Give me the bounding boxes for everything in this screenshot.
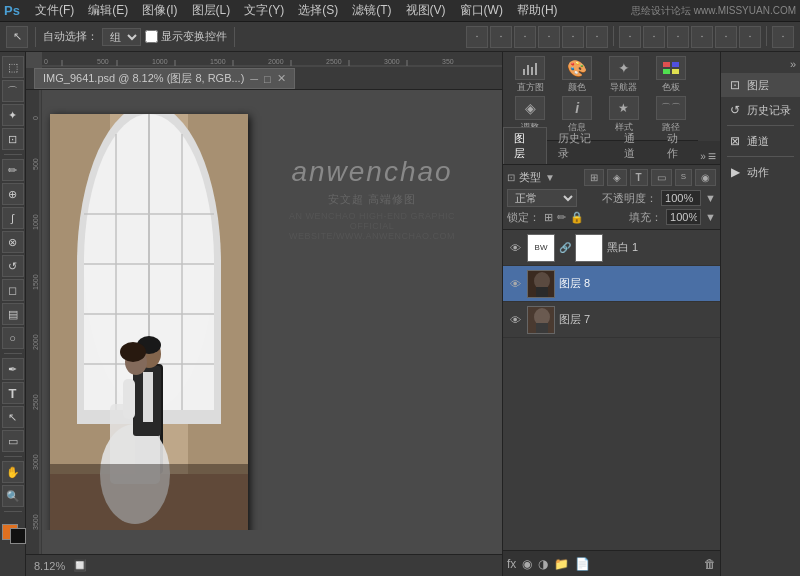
toolbar-align-center-v[interactable]: ⬝ — [562, 26, 584, 48]
fr-panel-history[interactable]: ↺ 历史记录 — [721, 98, 800, 122]
tool-pen[interactable]: ✒ — [2, 358, 24, 380]
add-fx-btn[interactable]: fx — [507, 557, 516, 571]
toolbar-move-tool[interactable]: ↖ — [6, 26, 28, 48]
photo-canvas[interactable] — [50, 114, 248, 530]
fill-dropdown[interactable]: ▼ — [705, 211, 716, 223]
tool-dodge[interactable]: ○ — [2, 327, 24, 349]
tool-gradient[interactable]: ▤ — [2, 303, 24, 325]
doc-close-btn[interactable]: ✕ — [277, 72, 286, 85]
menu-edit[interactable]: 编辑(E) — [81, 0, 135, 21]
layer-item-7[interactable]: 👁 图层 7 — [503, 302, 720, 338]
document-tab[interactable]: IMG_9641.psd @ 8.12% (图层 8, RGB...) ─ □ … — [34, 68, 295, 89]
toolbar-align-center-h[interactable]: ⬝ — [490, 26, 512, 48]
layer-visibility-7[interactable]: 👁 — [507, 312, 523, 328]
menu-filter[interactable]: 滤镜(T) — [345, 0, 398, 21]
filter-dropdown-btn[interactable]: ▼ — [545, 172, 555, 183]
add-adjustment-btn[interactable]: ◑ — [538, 557, 548, 571]
menu-layer[interactable]: 图层(L) — [185, 0, 238, 21]
menu-window[interactable]: 窗口(W) — [453, 0, 510, 21]
tool-shape[interactable]: ▭ — [2, 430, 24, 452]
background-color[interactable] — [10, 528, 26, 544]
tool-text[interactable]: T — [2, 382, 24, 404]
toolbar-align-bottom[interactable]: ⬝ — [586, 26, 608, 48]
tool-eraser[interactable]: ◻ — [2, 279, 24, 301]
tab-history[interactable]: 历史记录 — [547, 127, 613, 164]
canvas-viewport[interactable]: 0 500 1000 1500 2000 2500 3000 3500 — [26, 90, 502, 554]
lock-all-btn[interactable]: 🔒 — [570, 211, 584, 224]
fill-input[interactable] — [666, 209, 701, 225]
menu-select[interactable]: 选择(S) — [291, 0, 345, 21]
filter-toggle[interactable]: ◉ — [695, 169, 716, 186]
menu-help[interactable]: 帮助(H) — [510, 0, 565, 21]
delete-layer-btn[interactable]: 🗑 — [704, 557, 716, 571]
panel-histogram[interactable]: 直方图 — [508, 56, 552, 94]
filter-shape[interactable]: ▭ — [651, 169, 672, 186]
filter-smart[interactable]: S — [675, 169, 692, 186]
blend-mode-select[interactable]: 正常 — [507, 189, 577, 207]
new-group-btn[interactable]: 📁 — [554, 557, 569, 571]
doc-maximize-btn[interactable]: □ — [264, 73, 271, 85]
fr-panel-actions[interactable]: ▶ 动作 — [721, 160, 800, 184]
tab-channels[interactable]: 通道 — [613, 127, 657, 164]
toolbar-dist-3[interactable]: ⬝ — [667, 26, 689, 48]
toolbar-align-right[interactable]: ⬝ — [514, 26, 536, 48]
color-swatches[interactable] — [2, 520, 24, 546]
filter-adjust[interactable]: ◈ — [607, 169, 627, 186]
auto-select-dropdown[interactable]: 组 — [102, 28, 141, 46]
fr-panel-layers[interactable]: ⊡ 图层 — [721, 73, 800, 97]
filter-pixel[interactable]: ⊞ — [584, 169, 604, 186]
tool-brush[interactable]: ∫ — [2, 207, 24, 229]
menu-file[interactable]: 文件(F) — [28, 0, 81, 21]
opacity-dropdown[interactable]: ▼ — [705, 192, 716, 204]
panels-collapse-btn[interactable]: » — [790, 58, 796, 70]
layer-name-bw1: 黑白 1 — [607, 240, 716, 255]
toolbar-sep-3 — [613, 26, 614, 46]
tool-lasso[interactable]: ⌒ — [2, 80, 24, 102]
toolbar-dist-h[interactable]: ⬝ — [619, 26, 641, 48]
menu-image[interactable]: 图像(I) — [135, 0, 184, 21]
transform-checkbox[interactable] — [145, 30, 158, 43]
tool-hand[interactable]: ✋ — [2, 461, 24, 483]
tool-path-select[interactable]: ↖ — [2, 406, 24, 428]
panel-navigator[interactable]: ✦ 导航器 — [602, 56, 646, 94]
tool-crop[interactable]: ⊡ — [2, 128, 24, 150]
tool-marquee[interactable]: ⬚ — [2, 56, 24, 78]
new-layer-btn[interactable]: 📄 — [575, 557, 590, 571]
status-icon: 🔲 — [73, 559, 87, 572]
toolbar-dist-6[interactable]: ⬝ — [739, 26, 761, 48]
tool-clone[interactable]: ⊗ — [2, 231, 24, 253]
layer-visibility-8[interactable]: 👁 — [507, 276, 523, 292]
tool-zoom[interactable]: 🔍 — [2, 485, 24, 507]
opacity-input[interactable] — [661, 190, 701, 206]
panel-color[interactable]: 🎨 颜色 — [555, 56, 599, 94]
menu-view[interactable]: 视图(V) — [399, 0, 453, 21]
tool-healing[interactable]: ⊕ — [2, 183, 24, 205]
toolbar-dist-v[interactable]: ⬝ — [643, 26, 665, 48]
toolbar-arrange[interactable]: ⬝ — [772, 26, 794, 48]
toolbar-dist-4[interactable]: ⬝ — [691, 26, 713, 48]
toolbar-dist-5[interactable]: ⬝ — [715, 26, 737, 48]
layer-item-bw1[interactable]: 👁 BW 🔗 黑白 1 — [503, 230, 720, 266]
fr-panel-channels[interactable]: ⊠ 通道 — [721, 129, 800, 153]
lock-position-btn[interactable]: ✏ — [557, 211, 566, 224]
panel-swatches[interactable]: 色板 — [649, 56, 693, 94]
filter-text[interactable]: T — [630, 169, 648, 186]
layer-visibility-bw1[interactable]: 👁 — [507, 240, 523, 256]
toolbar-align-top[interactable]: ⬝ — [538, 26, 560, 48]
menu-text[interactable]: 文字(Y) — [237, 0, 291, 21]
lock-pixels-btn[interactable]: ⊞ — [544, 211, 553, 224]
doc-minimize-btn[interactable]: ─ — [250, 73, 258, 85]
layers-expand-btn[interactable]: » — [700, 151, 706, 162]
layer-search-row: ⊡ 类型 ▼ ⊞ ◈ T ▭ S ◉ — [507, 169, 716, 186]
layers-menu-btn[interactable]: ≡ — [708, 148, 716, 164]
fr-actions-icon: ▶ — [727, 164, 743, 180]
layer-item-8[interactable]: 👁 图层 8 — [503, 266, 720, 302]
tool-quick-select[interactable]: ✦ — [2, 104, 24, 126]
tab-layers[interactable]: 图层 — [503, 127, 547, 164]
toolbar-align-left[interactable]: ⬝ — [466, 26, 488, 48]
tool-history-brush[interactable]: ↺ — [2, 255, 24, 277]
tab-actions[interactable]: 动作 — [656, 127, 700, 164]
svg-text:1500: 1500 — [32, 274, 39, 290]
tool-eyedropper[interactable]: ✏ — [2, 159, 24, 181]
add-mask-btn[interactable]: ◉ — [522, 557, 532, 571]
